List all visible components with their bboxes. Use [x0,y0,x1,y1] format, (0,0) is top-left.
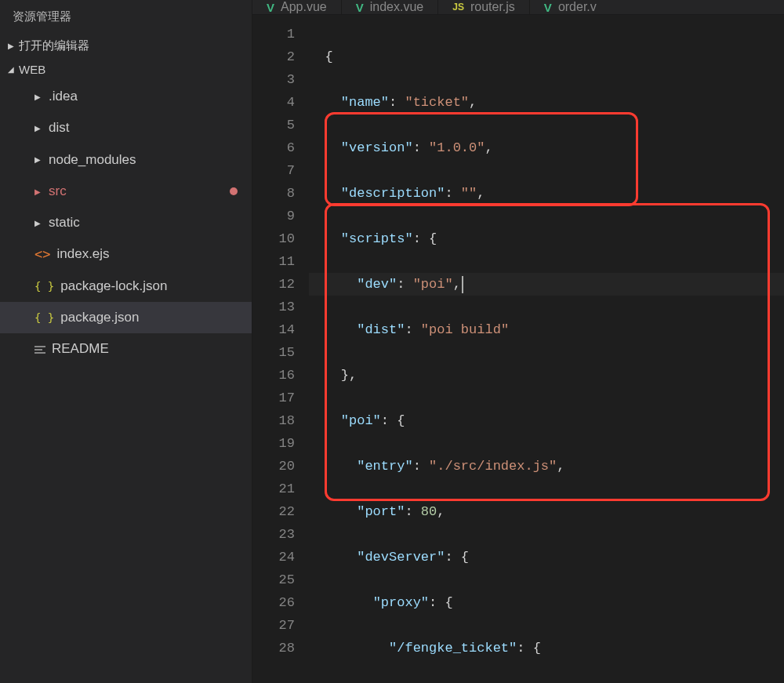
js-icon: JS [452,2,464,13]
readme-icon [34,346,45,354]
code-line: "devServer": { [309,546,784,569]
line-number: 23 [252,523,295,546]
line-number: 25 [252,569,295,591]
code-line: "scripts": { [309,227,784,250]
code-line: "/fengke_ticket": { [309,637,784,659]
tree-label: src [49,179,67,204]
editor: V App.vue V index.vue JS router.js V ord… [252,0,784,683]
line-number: 12 [252,273,295,296]
tree-item-idea[interactable]: ▶ .idea [0,81,252,112]
line-number: 4 [252,91,295,114]
line-number: 10 [252,227,295,250]
gutter: 1 2 3 4 5 6 7 8 9 10 11 12 13 14 15 16 1… [252,15,309,683]
json-icon: { } [34,307,54,329]
code-line: }, [309,364,784,387]
line-number: 9 [252,205,295,227]
project-label: WEB [19,63,45,76]
vue-icon: V [267,1,274,14]
line-number: 27 [252,614,295,637]
line-number: 6 [252,136,295,159]
tree-item-index-ejs[interactable]: <> index.ejs [0,238,252,270]
code-area[interactable]: 1 2 3 4 5 6 7 8 9 10 11 12 13 14 15 16 1… [252,15,784,683]
line-number: 11 [252,250,295,273]
line-number: 18 [252,409,295,432]
dirty-dot-icon [230,187,238,195]
tree-label: package-lock.json [60,274,167,299]
tree-item-package-lock[interactable]: { } package-lock.json [0,271,252,302]
open-editors-label: 打开的编辑器 [19,38,89,53]
line-number: 17 [252,387,295,409]
line-number: 5 [252,114,295,136]
project-header[interactable]: ◢ WEB [0,58,252,81]
chevron-right-icon: ▶ [34,184,42,199]
tab-app-vue[interactable]: V App.vue [252,0,341,14]
file-tree: ▶ .idea ▶ dist ▶ node_modules ▶ src ▶ st… [0,81,252,365]
chevron-down-icon: ◢ [8,65,14,74]
line-number: 20 [252,455,295,478]
code-line: "version": "1.0.0", [309,136,784,159]
tab-router-js[interactable]: JS router.js [437,0,529,14]
line-number: 13 [252,296,295,318]
tree-label: node_modules [49,147,136,173]
tree-item-dist[interactable]: ▶ dist [0,112,252,144]
line-number: 19 [252,432,295,455]
chevron-right-icon: ▶ [34,89,42,104]
tree-item-src[interactable]: ▶ src [0,176,252,207]
chevron-right-icon: ▶ [34,121,42,136]
tab-label: index.vue [370,0,424,14]
code-line: { [309,45,784,68]
tab-index-vue[interactable]: V index.vue [341,0,438,14]
tree-label: README [52,336,109,361]
line-number: 24 [252,546,295,569]
tree-item-static[interactable]: ▶ static [0,207,252,238]
tree-label: .idea [49,84,78,109]
tab-label: router.js [470,0,515,14]
line-number: 28 [252,637,295,659]
code-line: "name": "ticket", [309,91,784,114]
line-number: 21 [252,478,295,500]
vue-icon: V [544,1,552,14]
line-number: 16 [252,364,295,387]
tab-label: order.v [558,0,597,14]
tree-label: package.json [60,305,139,330]
code-line: "poi": { [309,409,784,432]
code-line: "dev": "poi", [309,273,784,296]
tabs: V App.vue V index.vue JS router.js V ord… [252,0,784,15]
tree-item-node-modules[interactable]: ▶ node_modules [0,144,252,176]
code-content[interactable]: { "name": "ticket", "version": "1.0.0", … [309,15,784,683]
chevron-right-icon: ▶ [34,152,42,167]
code-line: "dist": "poi build" [309,318,784,341]
line-number: 15 [252,341,295,364]
tree-item-package-json[interactable]: { } package.json [0,302,252,333]
tab-label: App.vue [281,0,327,14]
line-number: 7 [252,159,295,182]
chevron-right-icon: ▶ [8,42,14,50]
vue-icon: V [356,1,364,14]
code-line: "port": 80, [309,500,784,523]
tree-label: index.ejs [56,242,109,267]
code-line: "entry": "./src/index.js", [309,455,784,478]
line-number: 22 [252,500,295,523]
code-line: "description": "", [309,182,784,205]
code-line: "proxy": { [309,591,784,614]
open-editors-header[interactable]: ▶ 打开的编辑器 [0,34,252,58]
sidebar: 资源管理器 ▶ 打开的编辑器 ◢ WEB ▶ .idea ▶ dist ▶ no… [0,0,252,683]
tree-label: static [49,210,80,235]
line-number: 14 [252,318,295,341]
json-icon: { } [34,276,54,297]
tree-item-readme[interactable]: README [0,333,252,365]
line-number: 26 [252,591,295,614]
tab-order[interactable]: V order.v [529,0,611,14]
line-number: 1 [252,23,295,45]
line-number: 2 [252,45,295,68]
line-number: 3 [252,68,295,91]
tree-label: dist [49,115,69,140]
ejs-icon: <> [34,242,50,267]
line-number: 8 [252,182,295,205]
chevron-right-icon: ▶ [34,216,42,231]
sidebar-title: 资源管理器 [0,0,252,34]
